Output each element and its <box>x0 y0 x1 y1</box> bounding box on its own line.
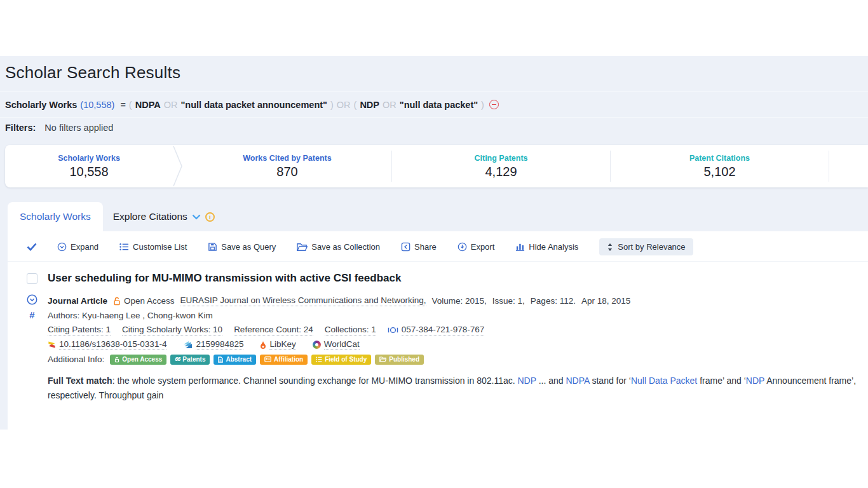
badge-open-access[interactable]: Open Access <box>110 355 166 365</box>
open-lock-icon <box>113 297 121 306</box>
query-operator: OR <box>383 100 397 110</box>
results-panel: Expand Customise List Save as Query Save… <box>8 231 868 430</box>
collections-link[interactable]: Collections: 1 <box>325 325 376 336</box>
chevron-separator <box>173 145 183 187</box>
badge-patents[interactable]: 66 Patents <box>170 355 210 365</box>
save-as-collection-button[interactable]: Save as Collection <box>297 242 380 252</box>
tab-scholarly-works[interactable]: Scholarly Works <box>8 202 103 231</box>
select-all-check-icon[interactable] <box>27 243 37 251</box>
lens-id-group[interactable]: 057-384-721-978-767 <box>388 325 485 336</box>
stat-label: Citing Patents <box>474 154 527 163</box>
magid-group[interactable]: 2159984825 <box>183 339 243 350</box>
list-icon <box>316 356 322 362</box>
badge-field-of-study[interactable]: Field of Study <box>311 355 371 365</box>
query-operator: OR <box>164 100 178 110</box>
toolbar-label: Save as Query <box>221 242 276 252</box>
ms-academic-icon <box>183 341 193 349</box>
folder-icon <box>379 356 386 362</box>
query-term: NDPA <box>135 100 161 110</box>
toolbar-label: Share <box>414 242 437 252</box>
filters-label: Filters: <box>5 123 36 133</box>
badge-label: Published <box>389 356 419 363</box>
worldcat-group[interactable]: WorldCat <box>313 339 360 350</box>
citation-links-line: Citing Patents: 1 Citing Scholarly Works… <box>48 323 868 337</box>
additional-info-line: Additional Info: Open Access 66 Patents … <box>48 352 868 367</box>
chevron-down-icon <box>192 214 201 220</box>
work-type: Journal Article <box>48 296 107 306</box>
fulltext-text: frame’ and ‘ <box>697 376 746 386</box>
stat-value: 5,102 <box>703 165 735 179</box>
customise-list-button[interactable]: Customise List <box>119 242 187 252</box>
results-toolbar: Expand Customise List Save as Query Save… <box>8 231 868 262</box>
expand-icon <box>57 242 67 252</box>
fulltext-highlight: NDP <box>746 376 764 386</box>
stat-scholarly-works[interactable]: Scholarly Works 10,558 <box>5 145 173 187</box>
stat-value: 4,129 <box>485 165 517 179</box>
document-icon <box>218 356 223 363</box>
libkey-link: LibKey <box>269 339 295 350</box>
stat-patent-citations[interactable]: Patent Citations 5,102 <box>611 145 829 187</box>
sort-by-relevance-button[interactable]: Sort by Relevance <box>599 238 693 255</box>
export-icon <box>458 242 467 252</box>
lens-id-icon <box>388 326 398 334</box>
toolbar-label: Customise List <box>133 242 187 252</box>
libkey-group[interactable]: LibKey <box>260 339 295 350</box>
hash-icon[interactable]: # <box>29 309 34 320</box>
additional-info-label: Additional Info: <box>48 355 104 364</box>
page-title: Scholar Search Results <box>5 63 180 83</box>
open-lock-icon <box>114 356 119 363</box>
badge-label: Affiliation <box>274 356 303 363</box>
worldcat-link: WorldCat <box>324 339 360 350</box>
stat-value: 10,558 <box>69 165 108 179</box>
open-access-flag: Open Access <box>113 296 175 306</box>
stat-works-cited-by-patents[interactable]: Works Cited by Patents 870 <box>183 145 391 187</box>
hide-analysis-button[interactable]: Hide Analysis <box>515 242 578 252</box>
share-button[interactable]: Share <box>401 242 437 252</box>
fulltext-match: Full Text match: the whole system perfor… <box>48 374 868 403</box>
badge-label: Field of Study <box>325 356 367 363</box>
badge-affiliation[interactable]: Affiliation <box>260 355 308 365</box>
citing-scholarly-works-link[interactable]: Citing Scholarly Works: 10 <box>122 325 222 336</box>
result-title-link[interactable]: User scheduling for MU-MIMO transmission… <box>48 272 401 285</box>
save-as-query-button[interactable]: Save as Query <box>208 242 276 252</box>
badge-abstract[interactable]: Abstract <box>214 355 256 365</box>
stat-label: Patent Citations <box>689 154 750 163</box>
volume: Volume: 2015, <box>432 296 487 306</box>
query-count[interactable]: (10,558) <box>80 100 114 110</box>
stat-citing-patents[interactable]: Citing Patents 4,129 <box>392 145 610 187</box>
toolbar-label: Save as Collection <box>311 242 380 252</box>
toolbar-label: Expand <box>71 242 98 252</box>
reference-count-link[interactable]: Reference Count: 24 <box>234 325 313 336</box>
publish-date: Apr 18, 2015 <box>581 296 630 306</box>
expand-item-icon[interactable] <box>27 294 37 305</box>
issue: Issue: 1, <box>492 296 525 306</box>
badge-label: Open Access <box>122 356 162 363</box>
stats-summary-bar: Scholarly Works 10,558 Works Cited by Pa… <box>5 145 868 187</box>
authors[interactable]: Authors: Kyu-haeng Lee , Chong-kwon Kim <box>48 311 213 320</box>
export-button[interactable]: Export <box>458 242 495 252</box>
fulltext-text: : the whole system performance. Channel … <box>112 376 518 386</box>
expand-button[interactable]: Expand <box>57 242 98 252</box>
query-paren: ) <box>481 100 484 110</box>
badge-published[interactable]: Published <box>375 355 424 365</box>
tab-explore-citations[interactable]: Explore Citations i <box>103 202 225 231</box>
query-paren: ( <box>354 100 357 110</box>
fulltext-highlight: NDP <box>517 376 536 386</box>
query-operator: OR <box>337 100 351 110</box>
citing-patents-link[interactable]: Citing Patents: 1 <box>48 325 111 336</box>
id-card-icon <box>264 356 271 362</box>
doi-group[interactable]: 10.1186/s13638-015-0331-4 <box>48 339 166 350</box>
sort-icon <box>607 243 613 252</box>
folder-icon <box>297 243 308 252</box>
libkey-flame-icon <box>260 341 266 349</box>
fulltext-text: stand for ‘ <box>590 376 631 386</box>
fulltext-highlight: NDPA <box>566 376 590 386</box>
journal-link[interactable]: EURASIP Journal on Wireless Communicatio… <box>180 295 426 306</box>
result-checkbox[interactable] <box>27 273 37 284</box>
query-scope: Scholarly Works <box>5 100 77 110</box>
info-icon[interactable]: i <box>205 212 215 222</box>
remove-query-icon[interactable] <box>489 100 499 109</box>
badge-label: Abstract <box>226 356 252 363</box>
result-item: User scheduling for MU-MIMO transmission… <box>8 262 868 403</box>
results-tabbar: Scholarly Works Explore Citations i <box>8 202 225 231</box>
